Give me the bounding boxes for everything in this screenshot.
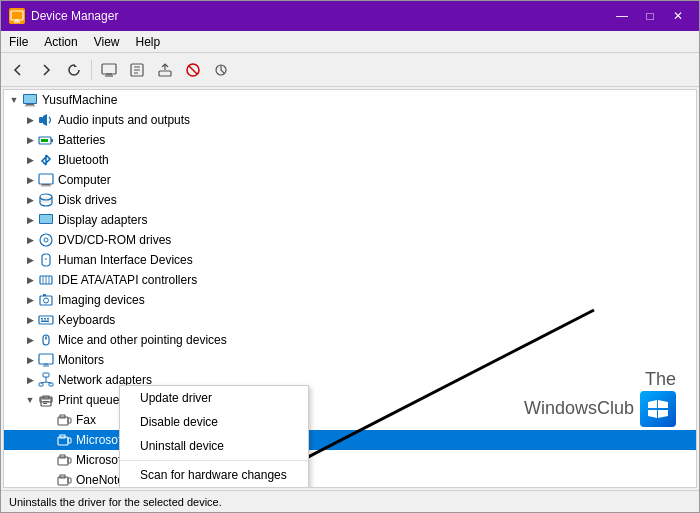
refresh-button[interactable]	[61, 57, 87, 83]
svg-rect-48	[41, 321, 49, 323]
svg-rect-64	[43, 401, 49, 402]
tree-item-ms-pdf[interactable]: ▶ Microsoft Print to PDF	[4, 430, 696, 450]
context-menu: Update driver Disable device Uninstall d…	[119, 385, 309, 488]
imaging-expander[interactable]: ▶	[22, 292, 38, 308]
svg-rect-0	[11, 11, 23, 20]
context-update-driver[interactable]: Update driver	[120, 386, 308, 410]
tree-item-imaging[interactable]: ▶ Imaging devices	[4, 290, 696, 310]
svg-rect-43	[43, 294, 46, 296]
display-expander[interactable]: ▶	[22, 212, 38, 228]
tree-item-computer[interactable]: ▶ Computer	[4, 170, 696, 190]
menu-help[interactable]: Help	[128, 31, 169, 52]
keyboards-expander[interactable]: ▶	[22, 312, 38, 328]
computer-icon2	[38, 172, 54, 188]
svg-line-13	[189, 66, 197, 74]
properties-button[interactable]	[124, 57, 150, 83]
update-driver-button[interactable]	[152, 57, 178, 83]
menu-file[interactable]: File	[1, 31, 36, 52]
svg-rect-52	[39, 354, 53, 364]
batteries-label: Batteries	[58, 133, 105, 147]
tree-item-network[interactable]: ▶ Network adapters	[4, 370, 696, 390]
svg-rect-71	[68, 438, 71, 443]
update-driver-label: Update driver	[140, 391, 212, 405]
tree-item-batteries[interactable]: ▶ Batteries	[4, 130, 696, 150]
tree-item-mice[interactable]: ▶ Mice and other pointing devices	[4, 330, 696, 350]
monitors-expander[interactable]: ▶	[22, 352, 38, 368]
tree-item-ide[interactable]: ▶ IDE ATA/ATAPI controllers	[4, 270, 696, 290]
context-uninstall-device[interactable]: Uninstall device	[120, 434, 308, 458]
svg-point-42	[44, 298, 49, 303]
svg-rect-65	[43, 403, 47, 404]
disk-label: Disk drives	[58, 193, 117, 207]
separator-1	[91, 60, 92, 80]
ide-icon	[38, 272, 54, 288]
scan-button[interactable]	[208, 57, 234, 83]
monitor-icon	[38, 352, 54, 368]
dvd-expander[interactable]: ▶	[22, 232, 38, 248]
svg-point-34	[44, 238, 48, 242]
uninstall-device-label: Uninstall device	[140, 439, 224, 453]
audio-label: Audio inputs and outputs	[58, 113, 190, 127]
device-tree[interactable]: ▼ YusufMachine ▶	[3, 89, 697, 488]
context-scan-hardware[interactable]: Scan for hardware changes	[120, 463, 308, 487]
status-bar: Uninstalls the driver for the selected d…	[1, 490, 699, 512]
svg-rect-11	[159, 71, 171, 76]
svg-rect-45	[41, 318, 43, 320]
batteries-icon	[38, 132, 54, 148]
tree-item-ms-xps[interactable]: ▶ Microsoft XPS Document Writer	[4, 450, 696, 470]
tree-item-onenote[interactable]: ▶ OneNote (Desktop)	[4, 470, 696, 488]
svg-rect-18	[24, 95, 36, 103]
close-button[interactable]: ✕	[665, 6, 691, 26]
ide-expander[interactable]: ▶	[22, 272, 38, 288]
svg-point-33	[40, 234, 52, 246]
tree-root[interactable]: ▼ YusufMachine	[4, 90, 696, 110]
mice-label: Mice and other pointing devices	[58, 333, 227, 347]
audio-expander[interactable]: ▶	[22, 112, 38, 128]
tree-item-hid[interactable]: ▶ Human Interface Devices	[4, 250, 696, 270]
tree-item-disk[interactable]: ▶ Disk drives	[4, 190, 696, 210]
svg-rect-74	[68, 458, 71, 463]
minimize-button[interactable]: —	[609, 6, 635, 26]
tree-item-dvd[interactable]: ▶ DVD/CD-ROM drives	[4, 230, 696, 250]
onenote-icon	[56, 472, 72, 488]
svg-rect-47	[47, 318, 49, 320]
print-queues-expander[interactable]: ▼	[22, 392, 38, 408]
network-expander[interactable]: ▶	[22, 372, 38, 388]
window-controls: — □ ✕	[609, 6, 691, 26]
forward-button[interactable]	[33, 57, 59, 83]
svg-rect-57	[49, 383, 53, 386]
svg-marker-3	[74, 64, 77, 67]
dvd-label: DVD/CD-ROM drives	[58, 233, 171, 247]
tree-item-display[interactable]: ▶ Display adapters	[4, 210, 696, 230]
toolbar	[1, 53, 699, 87]
mice-expander[interactable]: ▶	[22, 332, 38, 348]
tree-item-fax[interactable]: ▶ Fax	[4, 410, 696, 430]
maximize-button[interactable]: □	[637, 6, 663, 26]
disk-icon	[38, 192, 54, 208]
tree-item-bluetooth[interactable]: ▶ Bluetooth	[4, 150, 696, 170]
hid-expander[interactable]: ▶	[22, 252, 38, 268]
batteries-expander[interactable]: ▶	[22, 132, 38, 148]
menu-view[interactable]: View	[86, 31, 128, 52]
display-button[interactable]	[96, 57, 122, 83]
svg-rect-44	[39, 316, 53, 324]
tree-item-monitors[interactable]: ▶ Monitors	[4, 350, 696, 370]
tree-item-audio[interactable]: ▶ Audio inputs and outputs	[4, 110, 696, 130]
computer-expander[interactable]: ▶	[22, 172, 38, 188]
tree-item-keyboards[interactable]: ▶ Keyboards	[4, 310, 696, 330]
svg-rect-16	[26, 104, 34, 105]
svg-rect-55	[43, 373, 49, 377]
svg-rect-17	[25, 105, 35, 107]
root-expander[interactable]: ▼	[6, 92, 22, 108]
bluetooth-expander[interactable]: ▶	[22, 152, 38, 168]
svg-rect-19	[39, 117, 43, 123]
menu-action[interactable]: Action	[36, 31, 85, 52]
disable-button[interactable]	[180, 57, 206, 83]
disable-device-label: Disable device	[140, 415, 218, 429]
disk-expander[interactable]: ▶	[22, 192, 38, 208]
back-button[interactable]	[5, 57, 31, 83]
context-disable-device[interactable]: Disable device	[120, 410, 308, 434]
scan-hardware-label: Scan for hardware changes	[140, 468, 287, 482]
tree-item-print-queues[interactable]: ▼ Print queues	[4, 390, 696, 410]
title-bar: Device Manager — □ ✕	[1, 1, 699, 31]
